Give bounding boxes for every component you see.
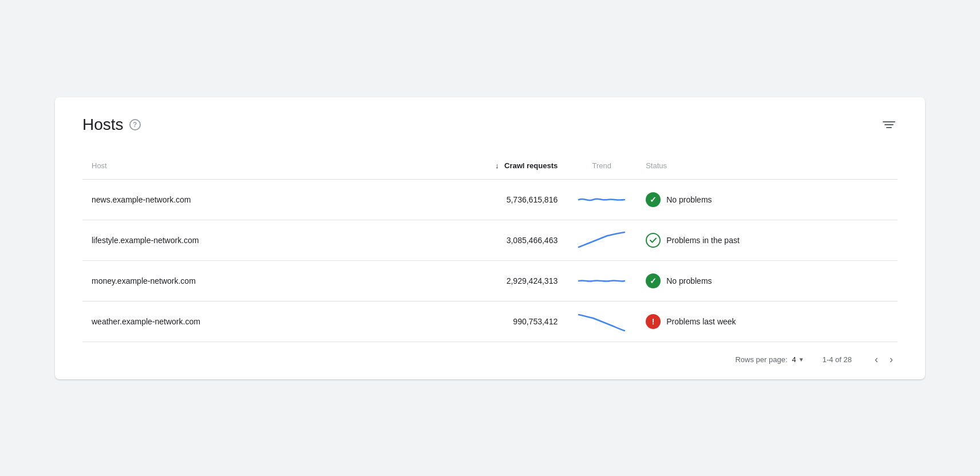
status-container: Problems in the past <box>646 233 888 248</box>
crawl-cell: 2,929,424,313 <box>378 260 567 301</box>
status-container: ✓ No problems <box>646 273 888 288</box>
status-icon-ok: ✓ <box>646 192 661 207</box>
page-info: 1-4 of 28 <box>823 355 852 364</box>
status-icon-error: ! <box>646 314 661 329</box>
status-cell: ! Problems last week <box>637 301 898 342</box>
status-container: ✓ No problems <box>646 192 888 207</box>
status-text: No problems <box>666 195 712 204</box>
table-footer: Rows per page: 4 ▼ 1-4 of 28 ‹ › <box>82 342 898 379</box>
table-row: lifestyle.example-network.com 3,085,466,… <box>82 220 898 260</box>
crawl-cell: 5,736,615,816 <box>378 179 567 220</box>
trend-cell <box>567 220 637 260</box>
table-row: weather.example-network.com 990,753,412 … <box>82 301 898 342</box>
host-cell: lifestyle.example-network.com <box>82 220 378 260</box>
check-svg <box>649 236 657 244</box>
col-header-host: Host <box>82 154 378 180</box>
help-icon[interactable]: ? <box>129 119 141 130</box>
filter-button[interactable] <box>880 119 898 130</box>
page-title: Hosts <box>82 116 124 134</box>
col-header-trend: Trend <box>567 154 637 180</box>
status-icon-past <box>646 233 661 248</box>
status-icon-ok: ✓ <box>646 273 661 288</box>
table-row: news.example-network.com 5,736,615,816 ✓… <box>82 179 898 220</box>
host-cell: money.example-network.com <box>82 260 378 301</box>
rows-per-page: Rows per page: 4 ▼ <box>735 355 804 364</box>
status-cell: Problems in the past <box>637 220 898 260</box>
prev-page-button[interactable]: ‹ <box>870 351 883 368</box>
next-page-button[interactable]: › <box>885 351 898 368</box>
filter-line-1 <box>883 121 895 122</box>
title-row: Hosts ? <box>82 116 141 134</box>
col-header-status: Status <box>637 154 898 180</box>
card-header: Hosts ? <box>82 116 898 134</box>
trend-cell <box>567 301 637 342</box>
table-row: money.example-network.com 2,929,424,313 … <box>82 260 898 301</box>
col-header-crawl: ↓ Crawl requests <box>378 154 567 180</box>
status-text: Problems last week <box>666 317 736 326</box>
filter-line-2 <box>884 124 894 125</box>
hosts-table: Host ↓ Crawl requests Trend Status news.… <box>82 154 898 342</box>
status-text: No problems <box>666 276 712 285</box>
status-text: Problems in the past <box>666 236 740 245</box>
rows-dropdown-arrow: ▼ <box>799 356 804 363</box>
host-cell: weather.example-network.com <box>82 301 378 342</box>
pagination-nav: ‹ › <box>870 351 898 368</box>
rows-per-page-label: Rows per page: <box>735 355 787 364</box>
status-cell: ✓ No problems <box>637 260 898 301</box>
rows-count-value: 4 <box>792 355 796 364</box>
trend-cell <box>567 179 637 220</box>
status-cell: ✓ No problems <box>637 179 898 220</box>
status-container: ! Problems last week <box>646 314 888 329</box>
rows-count-selector[interactable]: 4 ▼ <box>792 355 804 364</box>
crawl-cell: 3,085,466,463 <box>378 220 567 260</box>
crawl-cell: 990,753,412 <box>378 301 567 342</box>
hosts-card: Hosts ? Host ↓ Crawl requests Trend <box>55 97 925 379</box>
host-cell: news.example-network.com <box>82 179 378 220</box>
filter-line-3 <box>886 127 892 128</box>
trend-cell <box>567 260 637 301</box>
